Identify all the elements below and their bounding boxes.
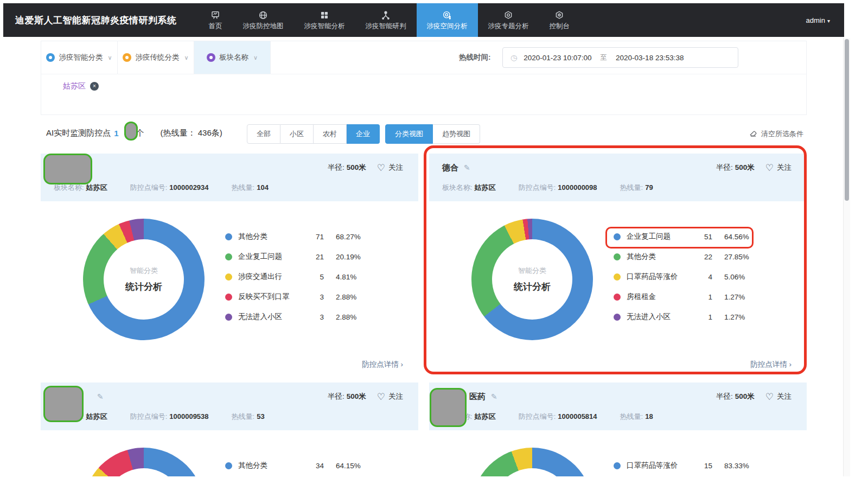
nav-item[interactable]: 涉疫专题分析 [478, 3, 539, 37]
at-analysis-icon [442, 10, 452, 21]
legend-item[interactable]: 无法进入小区11.27% [614, 311, 749, 322]
filter-tab-label: 板块名称 [219, 53, 248, 62]
edit-icon[interactable]: ✎ [97, 392, 104, 401]
view-tab-1[interactable]: 趋势视图 [433, 124, 480, 144]
legend-item[interactable]: 企业复工问题5164.56% [614, 231, 749, 242]
badge-icon [503, 10, 513, 21]
filter-tab[interactable]: 涉疫传统分类∨ [118, 41, 194, 74]
follow-label[interactable]: 关注 [388, 392, 403, 402]
edit-icon[interactable]: ✎ [491, 392, 497, 401]
monitor-card: 半径: 500米 ♡ 关注 板块名称:姑苏区防控点编号:1000002934热线… [41, 154, 418, 376]
legend-item[interactable]: 企业复工问题2120.19% [225, 251, 361, 262]
legend-dot-icon [614, 314, 621, 321]
globe-icon [258, 10, 268, 21]
redaction-blob-card4-title [430, 388, 467, 427]
category-tab-3[interactable]: 企业 [347, 124, 380, 144]
legend-dot-icon [614, 253, 621, 260]
follow-label[interactable]: 关注 [388, 163, 403, 173]
nav-item[interactable]: 涉疫智能分析 [294, 3, 355, 37]
category-tab-1[interactable]: 小区 [280, 124, 314, 144]
chevron-down-icon: ∨ [184, 54, 188, 61]
follow-label[interactable]: 关注 [777, 163, 792, 173]
filter-tab[interactable]: 板块名称∨ [194, 41, 271, 74]
selected-region-tag: 姑苏区 × [63, 81, 99, 91]
scrollbar-thumb[interactable] [845, 39, 849, 201]
radius-label: 半径: [716, 392, 733, 402]
filter-tab[interactable]: 涉疫智能分类∨ [41, 41, 118, 74]
legend-item[interactable]: 涉疫交通出行54.81% [225, 271, 361, 282]
donut-center: 智能分类 统计分析 [104, 239, 184, 320]
legend-item[interactable]: 其他分类7168.27% [225, 231, 361, 242]
legend-dot-icon [614, 273, 621, 281]
detail-link[interactable]: 防控点详情 › [362, 360, 403, 369]
card-title: 医药 [469, 392, 486, 402]
legend-item[interactable]: 口罩药品等涨价1583.33% [614, 460, 749, 471]
legend-dot-icon [225, 314, 232, 321]
legend-item[interactable]: 反映买不到口罩32.88% [225, 291, 361, 302]
card-title: 德合 [442, 163, 458, 173]
nav-item[interactable]: 首页 [199, 3, 233, 37]
nav-item-label: 涉疫空间分析 [427, 22, 468, 31]
person-node-icon [381, 10, 391, 21]
card-header: ✎ 半径: 500米 ♡ 关注 板块名称:姑苏区防控点编号:1000009538… [41, 383, 418, 430]
legend-dot-icon [225, 273, 232, 281]
time-start: 2020-01-23 10:07:00 [524, 54, 591, 62]
top-nav: 迪爱斯人工智能新冠肺炎疫情研判系统 首页涉疫防控地图涉疫智能分析涉疫智能研判涉疫… [3, 3, 844, 37]
filter-tab-label: 涉疫智能分类 [59, 53, 103, 62]
nav-item-label: 涉疫专题分析 [488, 22, 529, 31]
radius-value: 500米 [735, 163, 755, 173]
follow-heart-icon[interactable]: ♡ [765, 391, 774, 403]
legend-item[interactable]: 口罩药品等涨价45.06% [614, 271, 749, 282]
legend-item[interactable]: 其他分类3464.15% [225, 460, 361, 471]
category-tab-0[interactable]: 全部 [247, 124, 280, 144]
card-header: 医药 ✎ 半径: 500米 ♡ 关注 板块名称:姑苏区防控点编号:1000005… [429, 383, 807, 430]
card-header: 德合 ✎ 半径: 500米 ♡ 关注 板块名称:姑苏区防控点编号:1000000… [429, 154, 807, 201]
edit-icon[interactable]: ✎ [464, 163, 470, 172]
card-fields: 板块名称:姑苏区防控点编号:1000002934热线量:104 [54, 183, 403, 193]
nav-item[interactable]: 涉疫防控地图 [233, 3, 294, 37]
gear-icon [554, 10, 564, 21]
legend-item[interactable]: 无法进入小区32.88% [225, 311, 361, 322]
tag-close-icon[interactable]: × [90, 82, 99, 91]
filter-dot-icon [123, 53, 131, 62]
legend-dot-icon [225, 253, 232, 260]
clear-filters-button[interactable]: 清空所选条件 [749, 129, 803, 139]
nav-item-label: 首页 [209, 22, 222, 31]
toolbar: AI实时监测防控点 1 个 (热线量： 436条) 全部小区农村企业 分类视图趋… [41, 122, 807, 146]
follow-label[interactable]: 关注 [777, 392, 792, 402]
card-header: 半径: 500米 ♡ 关注 板块名称:姑苏区防控点编号:1000002934热线… [41, 154, 418, 201]
legend-dot-icon [225, 462, 232, 469]
donut-center-subtitle: 智能分类 [130, 266, 158, 276]
donut-center: 智能分类 统计分析 [492, 239, 572, 320]
hotline-time-range-input[interactable]: ◷ 2020-01-23 10:07:00 至 2020-03-18 23:53… [502, 47, 738, 68]
donut-center-title: 统计分析 [514, 281, 551, 293]
donut-chart: 智能分类 统计分析 [83, 219, 205, 340]
follow-heart-icon[interactable]: ♡ [377, 391, 385, 403]
user-menu[interactable]: admin▾ [806, 16, 830, 24]
detail-link[interactable]: 防控点详情 › [750, 360, 792, 369]
follow-heart-icon[interactable]: ♡ [765, 162, 774, 174]
app-title: 迪爱斯人工智能新冠肺炎疫情研判系统 [15, 14, 177, 27]
redaction-blob-card1-title [43, 154, 92, 184]
card-field: 板块名称:姑苏区 [442, 183, 496, 193]
legend-item[interactable]: 其他分类2227.85% [614, 251, 749, 262]
filter-dot-icon [207, 53, 215, 62]
filter-panel: 涉疫智能分类∨涉疫传统分类∨板块名称∨ 热线时间: ◷ 2020-01-23 1… [41, 41, 807, 115]
radius-label: 半径: [328, 163, 344, 173]
chart-legend: 企业复工问题5164.56%其他分类2227.85%口罩药品等涨价45.06%房… [614, 231, 749, 332]
chevron-down-icon: ∨ [253, 54, 258, 61]
follow-heart-icon[interactable]: ♡ [377, 162, 385, 174]
nav-item[interactable]: 涉疫智能研判 [355, 3, 417, 37]
nav-items: 首页涉疫防控地图涉疫智能分析涉疫智能研判涉疫空间分析涉疫专题分析控制台 [199, 3, 580, 37]
clear-filters-label: 清空所选条件 [761, 129, 803, 139]
scrollbar-track[interactable] [843, 38, 850, 476]
view-tab-0[interactable]: 分类视图 [385, 124, 433, 144]
card-field: 热线量:18 [620, 412, 653, 422]
nav-item[interactable]: 控制台 [539, 3, 580, 37]
page: 迪爱斯人工智能新冠肺炎疫情研判系统 首页涉疫防控地图涉疫智能分析涉疫智能研判涉疫… [0, 0, 868, 497]
time-end: 2020-03-18 23:53:38 [616, 54, 684, 62]
category-tab-2[interactable]: 农村 [314, 124, 347, 144]
legend-item[interactable]: 房租租金11.27% [614, 291, 749, 302]
nav-item[interactable]: 涉疫空间分析 [417, 3, 478, 37]
category-tabs: 全部小区农村企业 [247, 124, 380, 144]
